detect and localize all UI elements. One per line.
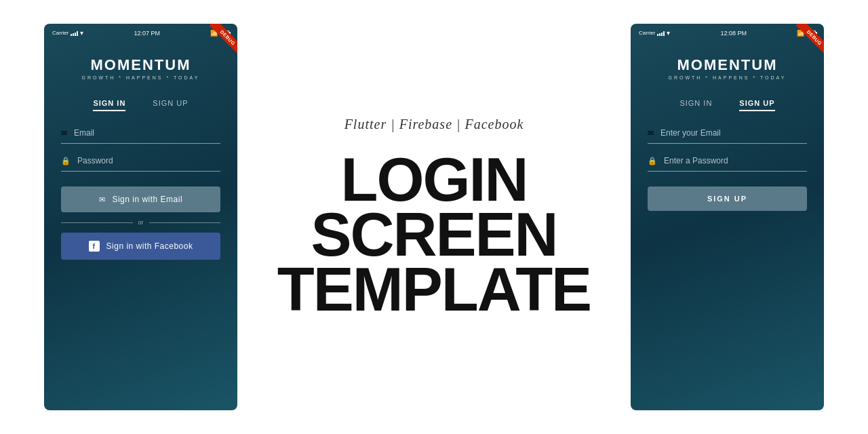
status-bar-right: Carrier ▾ 12:08 PM 📶 bbox=[631, 24, 824, 39]
form-left: ✉ Email 🔒 Password bbox=[44, 128, 237, 172]
tab-signup-left[interactable]: SIGN UP bbox=[153, 99, 188, 111]
signup-button[interactable]: SIGN UP bbox=[648, 186, 807, 211]
brand-right: MOMENTUM GROWTH * HAPPENS * TODAY bbox=[669, 56, 787, 80]
tab-signin-left[interactable]: SIGN IN bbox=[93, 99, 125, 111]
email-field-left[interactable]: ✉ Email bbox=[61, 128, 220, 144]
carrier-right: Carrier ▾ bbox=[639, 29, 670, 37]
signin-facebook-button[interactable]: f Sign in with Facebook bbox=[61, 233, 220, 260]
brand-name-right: MOMENTUM bbox=[669, 56, 787, 74]
password-placeholder-left: Password bbox=[77, 156, 220, 165]
or-divider-left: or bbox=[61, 219, 220, 226]
center-content: Flutter | Firebase | Facebook LOGIN SCRE… bbox=[237, 117, 631, 317]
btn-email-label-left: Sign in with Email bbox=[112, 195, 182, 204]
password-placeholder-right: Enter a Password bbox=[664, 156, 807, 165]
time-right: 12:08 PM bbox=[720, 30, 747, 37]
tab-signin-right[interactable]: SIGN IN bbox=[679, 99, 712, 111]
btn-email-icon-left: ✉ bbox=[99, 195, 106, 204]
signup-button-label: SIGN UP bbox=[707, 195, 747, 203]
signal-bars-left bbox=[71, 31, 78, 36]
carrier-left: Carrier ▾ bbox=[52, 29, 83, 37]
email-field-right[interactable]: ✉ Enter your Email bbox=[648, 128, 807, 144]
btn-facebook-label-left: Sign in with Facebook bbox=[106, 241, 193, 251]
brand-name-left: MOMENTUM bbox=[82, 56, 200, 74]
center-title: LOGIN SCREEN TEMPLATE bbox=[277, 153, 591, 317]
brand-left: MOMENTUM GROWTH * HAPPENS * TODAY bbox=[82, 56, 200, 80]
center-subtitle: Flutter | Firebase | Facebook bbox=[344, 117, 524, 132]
form-right: ✉ Enter your Email 🔒 Enter a Password bbox=[631, 128, 824, 172]
brand-tagline-left: GROWTH * HAPPENS * TODAY bbox=[82, 75, 200, 80]
time-left: 12:07 PM bbox=[134, 30, 160, 37]
signin-email-button[interactable]: ✉ Sign in with Email bbox=[61, 186, 220, 212]
signal-bars-right bbox=[657, 31, 665, 36]
password-field-right[interactable]: 🔒 Enter a Password bbox=[648, 156, 807, 172]
email-placeholder-right: Enter your Email bbox=[660, 128, 807, 138]
tab-bar-left: SIGN IN SIGN UP bbox=[44, 99, 237, 111]
or-text-left: or bbox=[138, 219, 144, 226]
tab-bar-right: SIGN IN SIGN UP bbox=[631, 99, 824, 111]
facebook-icon-left: f bbox=[89, 241, 100, 252]
brand-tagline-right: GROWTH * HAPPENS * TODAY bbox=[669, 75, 787, 80]
email-icon-left: ✉ bbox=[61, 129, 67, 138]
status-bar-left: Carrier ▾ 12:07 PM 📶 bbox=[44, 24, 237, 39]
right-phone-mockup: DEBUG Carrier ▾ 12:08 PM 📶 MOMENTUM GROW… bbox=[631, 24, 824, 410]
password-field-left[interactable]: 🔒 Password bbox=[61, 156, 220, 172]
email-placeholder-left: Email bbox=[74, 128, 220, 138]
email-icon-right: ✉ bbox=[648, 129, 654, 138]
lock-icon-left: 🔒 bbox=[61, 157, 71, 165]
lock-icon-right: 🔒 bbox=[648, 157, 657, 165]
tab-signup-right[interactable]: SIGN UP bbox=[739, 99, 774, 111]
left-phone-mockup: DEBUG Carrier ▾ 12:07 PM 📶 MOMENTUM GROW… bbox=[44, 24, 237, 410]
